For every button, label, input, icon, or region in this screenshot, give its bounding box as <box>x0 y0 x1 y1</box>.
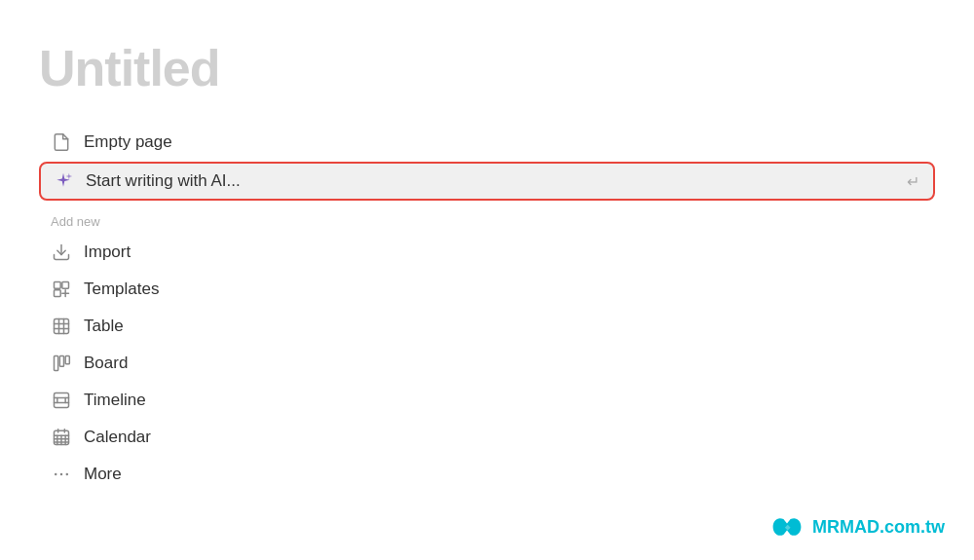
templates-icon <box>51 279 72 300</box>
ai-star-icon <box>53 170 74 192</box>
table-label: Table <box>84 317 124 336</box>
svg-rect-11 <box>65 356 69 364</box>
svg-rect-1 <box>55 282 61 289</box>
enter-icon: ↵ <box>907 172 919 191</box>
menu-item-ai-writing[interactable]: Start writing with AI... ↵ <box>39 162 935 201</box>
page-container: Untitled Empty page Start writing with A… <box>0 0 974 560</box>
menu-item-timeline[interactable]: Timeline <box>39 383 935 418</box>
empty-page-label: Empty page <box>84 132 172 152</box>
menu-item-import[interactable]: Import <box>39 235 935 270</box>
ai-writing-label: Start writing with AI... <box>86 171 241 191</box>
import-icon <box>51 242 72 263</box>
file-icon <box>51 131 72 153</box>
add-new-label: Add new <box>51 214 923 229</box>
import-label: Import <box>84 243 131 262</box>
menu-item-empty-page[interactable]: Empty page <box>39 125 935 160</box>
svg-rect-9 <box>55 356 58 371</box>
timeline-label: Timeline <box>84 391 146 410</box>
svg-rect-10 <box>59 356 63 367</box>
top-menu-list: Empty page Start writing with AI... ↵ <box>39 125 935 201</box>
menu-item-calendar[interactable]: Calendar <box>39 420 935 455</box>
more-icon <box>51 464 72 485</box>
calendar-label: Calendar <box>84 428 151 447</box>
svg-point-28 <box>66 473 69 476</box>
svg-rect-4 <box>55 319 69 334</box>
svg-point-27 <box>60 473 63 476</box>
watermark-text: MRMAD.com.tw <box>812 517 945 538</box>
svg-rect-2 <box>62 282 69 289</box>
menu-item-board[interactable]: Board <box>39 346 935 381</box>
board-icon <box>51 353 72 374</box>
templates-label: Templates <box>84 280 159 299</box>
menu-item-table[interactable]: Table <box>39 309 935 344</box>
svg-rect-3 <box>55 290 61 297</box>
table-icon <box>51 316 72 337</box>
timeline-icon <box>51 390 72 411</box>
add-new-menu-list: Import Templates <box>39 235 935 492</box>
mrmad-logo <box>769 513 805 541</box>
page-title: Untitled <box>39 39 935 97</box>
watermark: MRMAD.com.tw <box>769 513 945 541</box>
calendar-icon <box>51 427 72 448</box>
svg-rect-12 <box>55 393 69 408</box>
menu-item-more[interactable]: More <box>39 457 935 492</box>
more-label: More <box>84 465 122 484</box>
svg-point-26 <box>55 473 57 476</box>
board-label: Board <box>84 354 128 373</box>
menu-item-templates[interactable]: Templates <box>39 272 935 307</box>
